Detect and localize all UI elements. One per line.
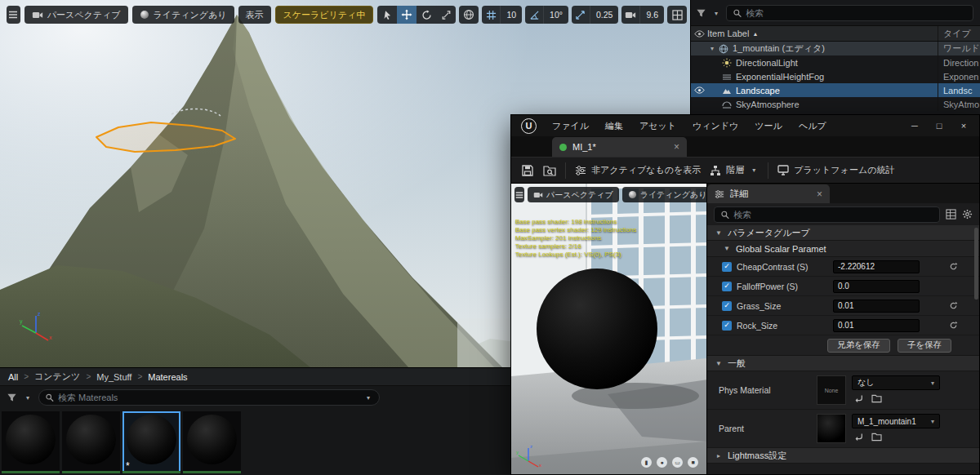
phys-material-thumbnail[interactable]: None [817, 375, 846, 405]
param-checkbox[interactable]: ✓ [722, 262, 732, 272]
rotate-tool-button[interactable] [416, 6, 436, 24]
outliner-row-skyatmosphere[interactable]: SkyAtmosphere SkyAtmo [691, 97, 980, 111]
view-options-button[interactable] [946, 209, 956, 220]
menu-edit[interactable]: 編集 [597, 115, 631, 136]
cylinder-shape-button[interactable]: ▮ [641, 457, 652, 468]
preview-material-sphere[interactable] [537, 269, 657, 389]
outliner-row-directionallight[interactable]: DirectionalLight Direction [691, 55, 980, 69]
param-checkbox[interactable]: ✓ [722, 321, 732, 331]
type-column-header[interactable]: タイプ [938, 26, 980, 41]
expander-icon[interactable]: ▾ [707, 45, 717, 52]
param-value-input[interactable] [833, 260, 920, 273]
platform-stats-button[interactable]: プラットフォームの統計 [777, 164, 894, 176]
material-asset-tile-selected[interactable]: * [122, 411, 180, 473]
section-header-general[interactable]: ▼ 一般 [707, 356, 979, 371]
filter-funnel-icon[interactable] [7, 393, 17, 403]
perspective-button[interactable]: パースペクティブ [24, 6, 128, 24]
filter-chevron-icon[interactable]: ▾ [23, 394, 33, 402]
outliner-row-world[interactable]: ▾ 1_mountain (エディタ) ワールド [691, 42, 980, 55]
section-header-lightmass[interactable]: ▸ Lightmass設定 [707, 448, 979, 464]
menu-asset[interactable]: アセット [631, 115, 684, 136]
camera-speed-control[interactable]: 9.6 [621, 6, 664, 24]
window-titlebar[interactable]: U ファイル 編集 アセット ウィンドウ ツール ヘルプ ─ □ × [511, 115, 979, 136]
details-settings-button[interactable] [962, 209, 973, 220]
plane-shape-button[interactable]: ▭ [672, 457, 683, 468]
asset-searchbox[interactable]: ▾ [38, 389, 380, 406]
minimize-button[interactable]: ─ [902, 115, 927, 136]
section-header-parameter-groups[interactable]: ▼ パラメータグループ [707, 225, 979, 241]
browse-asset-button[interactable] [871, 393, 882, 403]
save-button[interactable] [521, 164, 534, 177]
save-child-button[interactable]: 子を保存 [898, 339, 951, 353]
details-tab[interactable]: 詳細 × [707, 184, 830, 203]
param-checkbox[interactable]: ✓ [722, 301, 732, 311]
viewport-layout-button[interactable] [667, 6, 687, 24]
breadcrumb-item[interactable]: All [8, 372, 18, 382]
details-scrollbar[interactable] [974, 228, 978, 300]
param-value-input[interactable] [833, 280, 920, 293]
tab-close-icon[interactable]: × [817, 189, 822, 200]
param-checkbox[interactable]: ✓ [722, 282, 732, 291]
grid-snap-value[interactable]: 10 [500, 6, 522, 24]
parent-material-dropdown[interactable]: M_1_mountain1 ▾ [852, 414, 940, 428]
use-selected-asset-button[interactable] [853, 432, 863, 442]
grid-snap-control[interactable]: 10 [482, 6, 522, 24]
menu-help[interactable]: ヘルプ [791, 115, 835, 136]
filter-chevron-icon[interactable]: ▾ [711, 10, 721, 17]
sphere-shape-button[interactable]: ● [657, 457, 667, 468]
browse-asset-button[interactable] [871, 432, 882, 442]
material-asset-tile[interactable] [62, 411, 120, 473]
filter-funnel-icon[interactable] [696, 8, 706, 19]
breadcrumb-item[interactable]: コンテンツ [34, 371, 80, 383]
scale-snap-value[interactable]: 0.25 [590, 6, 618, 24]
details-searchbox[interactable] [714, 206, 940, 223]
material-asset-tile[interactable] [183, 411, 241, 473]
breadcrumb-item[interactable]: My_Stuff [96, 372, 131, 382]
save-sibling-button[interactable]: 兄弟を保存 [827, 339, 890, 353]
asset-search-input[interactable] [58, 393, 359, 402]
asset-tab[interactable]: MI_1* × [552, 137, 687, 157]
hierarchy-button[interactable]: 階層 ▾ [710, 164, 759, 176]
material-asset-tile[interactable] [2, 411, 60, 473]
use-selected-asset-button[interactable] [853, 393, 863, 403]
move-tool-button[interactable] [397, 6, 416, 24]
section-header-global-scalar[interactable]: ▼ Global Scalar Paramet [707, 241, 979, 257]
scale-tool-button[interactable] [436, 6, 456, 24]
phys-material-dropdown[interactable]: なし ▾ [852, 375, 940, 390]
reset-to-default-button[interactable] [949, 321, 958, 330]
lit-mode-button[interactable]: ライティングあり [132, 6, 234, 24]
preview-perspective-button[interactable]: パースペクティブ [528, 187, 619, 202]
reset-to-default-button[interactable] [949, 301, 958, 310]
material-preview-viewport[interactable]: パースペクティブ ライティングあり Base pass shader: 198 … [511, 184, 707, 474]
close-button[interactable]: × [951, 115, 976, 136]
select-tool-button[interactable] [377, 6, 397, 24]
visibility-column-header[interactable] [691, 30, 707, 38]
search-options-chevron-icon[interactable]: ▾ [363, 394, 373, 402]
rotation-snap-value[interactable]: 10° [543, 6, 568, 24]
param-value-input[interactable] [833, 300, 920, 313]
maximize-button[interactable]: □ [927, 115, 951, 136]
item-label-column-header[interactable]: Item Label ▲ [707, 29, 938, 38]
show-menu-button[interactable]: 表示 [238, 6, 271, 24]
preview-lit-button[interactable]: ライティングあり [622, 187, 707, 202]
reset-to-default-button[interactable] [949, 262, 958, 271]
menu-tools[interactable]: ツール [746, 115, 791, 136]
outliner-search-input[interactable] [746, 8, 967, 18]
menu-file[interactable]: ファイル [544, 115, 597, 136]
camera-speed-value[interactable]: 9.6 [639, 6, 664, 24]
outliner-row-heightfog[interactable]: ExponentialHeightFog Exponen [691, 69, 980, 83]
parent-material-thumbnail[interactable] [817, 414, 846, 443]
visibility-toggle[interactable] [691, 87, 707, 94]
scale-snap-control[interactable]: 0.25 [572, 6, 618, 24]
cube-shape-button[interactable]: ■ [688, 457, 698, 468]
scalability-warning-button[interactable]: スケーラビリティ中 [275, 6, 374, 24]
show-inactive-button[interactable]: 非アクティブなものを表示 [575, 164, 701, 176]
tab-close-icon[interactable]: × [674, 141, 679, 153]
rotation-snap-control[interactable]: 10° [525, 6, 568, 24]
outliner-searchbox[interactable] [726, 5, 973, 21]
outliner-row-landscape[interactable]: Landscape Landsc [691, 83, 980, 97]
viewport-options-menu-button[interactable] [7, 6, 20, 24]
world-coordinate-button[interactable] [459, 6, 479, 24]
breadcrumb-item[interactable]: Matereals [148, 372, 187, 382]
details-search-input[interactable] [733, 210, 933, 220]
